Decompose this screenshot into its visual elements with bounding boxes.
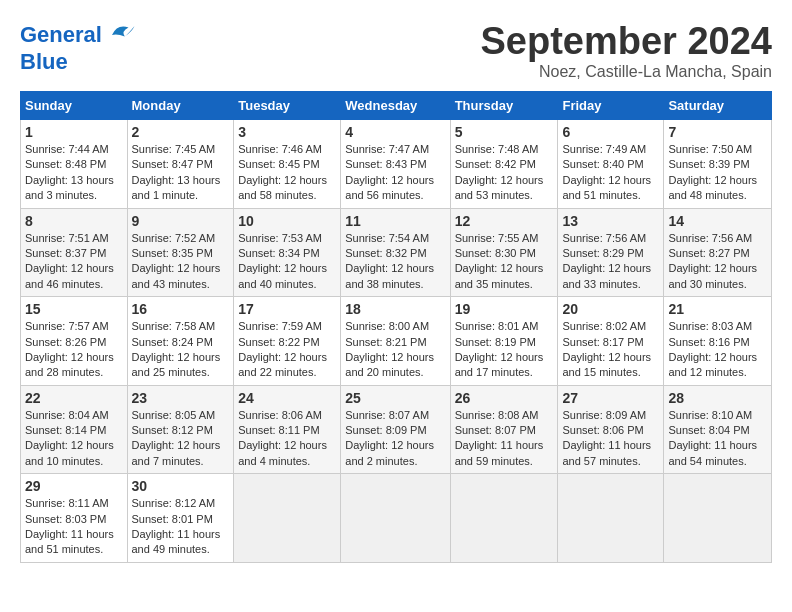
day-number: 14 [668,213,767,229]
day-number: 6 [562,124,659,140]
calendar-cell: 2Sunrise: 7:45 AM Sunset: 8:47 PM Daylig… [127,120,234,209]
day-info: Sunrise: 8:04 AM Sunset: 8:14 PM Dayligh… [25,409,114,467]
calendar-table: SundayMondayTuesdayWednesdayThursdayFrid… [20,91,772,563]
calendar-week-1: 1Sunrise: 7:44 AM Sunset: 8:48 PM Daylig… [21,120,772,209]
calendar-cell: 25Sunrise: 8:07 AM Sunset: 8:09 PM Dayli… [341,385,450,474]
calendar-cell: 22Sunrise: 8:04 AM Sunset: 8:14 PM Dayli… [21,385,128,474]
calendar-cell: 27Sunrise: 8:09 AM Sunset: 8:06 PM Dayli… [558,385,664,474]
header-wednesday: Wednesday [341,92,450,120]
day-number: 29 [25,478,123,494]
day-number: 11 [345,213,445,229]
day-number: 16 [132,301,230,317]
day-info: Sunrise: 7:54 AM Sunset: 8:32 PM Dayligh… [345,232,434,290]
calendar-cell: 16Sunrise: 7:58 AM Sunset: 8:24 PM Dayli… [127,297,234,386]
calendar-cell: 4Sunrise: 7:47 AM Sunset: 8:43 PM Daylig… [341,120,450,209]
calendar-cell: 10Sunrise: 7:53 AM Sunset: 8:34 PM Dayli… [234,208,341,297]
day-number: 8 [25,213,123,229]
header-monday: Monday [127,92,234,120]
calendar-week-3: 15Sunrise: 7:57 AM Sunset: 8:26 PM Dayli… [21,297,772,386]
day-number: 21 [668,301,767,317]
calendar-cell: 23Sunrise: 8:05 AM Sunset: 8:12 PM Dayli… [127,385,234,474]
day-info: Sunrise: 8:00 AM Sunset: 8:21 PM Dayligh… [345,320,434,378]
day-info: Sunrise: 7:46 AM Sunset: 8:45 PM Dayligh… [238,143,327,201]
day-info: Sunrise: 7:49 AM Sunset: 8:40 PM Dayligh… [562,143,651,201]
day-number: 4 [345,124,445,140]
day-number: 18 [345,301,445,317]
day-info: Sunrise: 8:01 AM Sunset: 8:19 PM Dayligh… [455,320,544,378]
day-number: 15 [25,301,123,317]
day-number: 30 [132,478,230,494]
calendar-cell: 3Sunrise: 7:46 AM Sunset: 8:45 PM Daylig… [234,120,341,209]
day-info: Sunrise: 8:02 AM Sunset: 8:17 PM Dayligh… [562,320,651,378]
day-info: Sunrise: 8:08 AM Sunset: 8:07 PM Dayligh… [455,409,544,467]
calendar-cell: 29Sunrise: 8:11 AM Sunset: 8:03 PM Dayli… [21,474,128,563]
calendar-week-4: 22Sunrise: 8:04 AM Sunset: 8:14 PM Dayli… [21,385,772,474]
calendar-cell [558,474,664,563]
day-number: 26 [455,390,554,406]
day-number: 10 [238,213,336,229]
day-info: Sunrise: 7:56 AM Sunset: 8:29 PM Dayligh… [562,232,651,290]
day-info: Sunrise: 7:45 AM Sunset: 8:47 PM Dayligh… [132,143,221,201]
day-info: Sunrise: 8:12 AM Sunset: 8:01 PM Dayligh… [132,497,221,555]
day-number: 17 [238,301,336,317]
day-number: 19 [455,301,554,317]
day-info: Sunrise: 7:59 AM Sunset: 8:22 PM Dayligh… [238,320,327,378]
day-number: 28 [668,390,767,406]
calendar-cell [664,474,772,563]
calendar-cell [234,474,341,563]
logo-blue-text: Blue [20,50,136,74]
calendar-cell: 21Sunrise: 8:03 AM Sunset: 8:16 PM Dayli… [664,297,772,386]
day-number: 25 [345,390,445,406]
calendar-cell: 8Sunrise: 7:51 AM Sunset: 8:37 PM Daylig… [21,208,128,297]
day-info: Sunrise: 7:58 AM Sunset: 8:24 PM Dayligh… [132,320,221,378]
location-subtitle: Noez, Castille-La Mancha, Spain [481,63,773,81]
day-number: 27 [562,390,659,406]
day-number: 7 [668,124,767,140]
calendar-cell: 24Sunrise: 8:06 AM Sunset: 8:11 PM Dayli… [234,385,341,474]
day-info: Sunrise: 8:03 AM Sunset: 8:16 PM Dayligh… [668,320,757,378]
day-number: 22 [25,390,123,406]
header-saturday: Saturday [664,92,772,120]
day-info: Sunrise: 8:05 AM Sunset: 8:12 PM Dayligh… [132,409,221,467]
day-number: 5 [455,124,554,140]
calendar-cell: 5Sunrise: 7:48 AM Sunset: 8:42 PM Daylig… [450,120,558,209]
header-sunday: Sunday [21,92,128,120]
title-block: September 2024 Noez, Castille-La Mancha,… [481,20,773,81]
header-friday: Friday [558,92,664,120]
calendar-cell: 26Sunrise: 8:08 AM Sunset: 8:07 PM Dayli… [450,385,558,474]
header-thursday: Thursday [450,92,558,120]
day-info: Sunrise: 7:57 AM Sunset: 8:26 PM Dayligh… [25,320,114,378]
day-info: Sunrise: 7:47 AM Sunset: 8:43 PM Dayligh… [345,143,434,201]
day-info: Sunrise: 8:09 AM Sunset: 8:06 PM Dayligh… [562,409,651,467]
calendar-cell [450,474,558,563]
month-title: September 2024 [481,20,773,63]
day-number: 3 [238,124,336,140]
calendar-cell: 9Sunrise: 7:52 AM Sunset: 8:35 PM Daylig… [127,208,234,297]
day-info: Sunrise: 8:11 AM Sunset: 8:03 PM Dayligh… [25,497,114,555]
calendar-cell: 12Sunrise: 7:55 AM Sunset: 8:30 PM Dayli… [450,208,558,297]
calendar-cell: 11Sunrise: 7:54 AM Sunset: 8:32 PM Dayli… [341,208,450,297]
logo: General Blue [20,20,136,74]
calendar-cell: 19Sunrise: 8:01 AM Sunset: 8:19 PM Dayli… [450,297,558,386]
logo-bird-icon [106,20,136,50]
day-number: 23 [132,390,230,406]
day-info: Sunrise: 8:06 AM Sunset: 8:11 PM Dayligh… [238,409,327,467]
calendar-cell: 30Sunrise: 8:12 AM Sunset: 8:01 PM Dayli… [127,474,234,563]
day-number: 2 [132,124,230,140]
calendar-cell: 14Sunrise: 7:56 AM Sunset: 8:27 PM Dayli… [664,208,772,297]
day-info: Sunrise: 7:52 AM Sunset: 8:35 PM Dayligh… [132,232,221,290]
page-header: General Blue September 2024 Noez, Castil… [20,20,772,81]
day-number: 1 [25,124,123,140]
day-info: Sunrise: 7:51 AM Sunset: 8:37 PM Dayligh… [25,232,114,290]
calendar-cell: 7Sunrise: 7:50 AM Sunset: 8:39 PM Daylig… [664,120,772,209]
calendar-cell: 18Sunrise: 8:00 AM Sunset: 8:21 PM Dayli… [341,297,450,386]
calendar-header-row: SundayMondayTuesdayWednesdayThursdayFrid… [21,92,772,120]
day-info: Sunrise: 8:07 AM Sunset: 8:09 PM Dayligh… [345,409,434,467]
day-info: Sunrise: 7:50 AM Sunset: 8:39 PM Dayligh… [668,143,757,201]
day-info: Sunrise: 7:53 AM Sunset: 8:34 PM Dayligh… [238,232,327,290]
day-info: Sunrise: 7:55 AM Sunset: 8:30 PM Dayligh… [455,232,544,290]
calendar-cell: 17Sunrise: 7:59 AM Sunset: 8:22 PM Dayli… [234,297,341,386]
calendar-week-5: 29Sunrise: 8:11 AM Sunset: 8:03 PM Dayli… [21,474,772,563]
calendar-cell: 1Sunrise: 7:44 AM Sunset: 8:48 PM Daylig… [21,120,128,209]
day-number: 13 [562,213,659,229]
